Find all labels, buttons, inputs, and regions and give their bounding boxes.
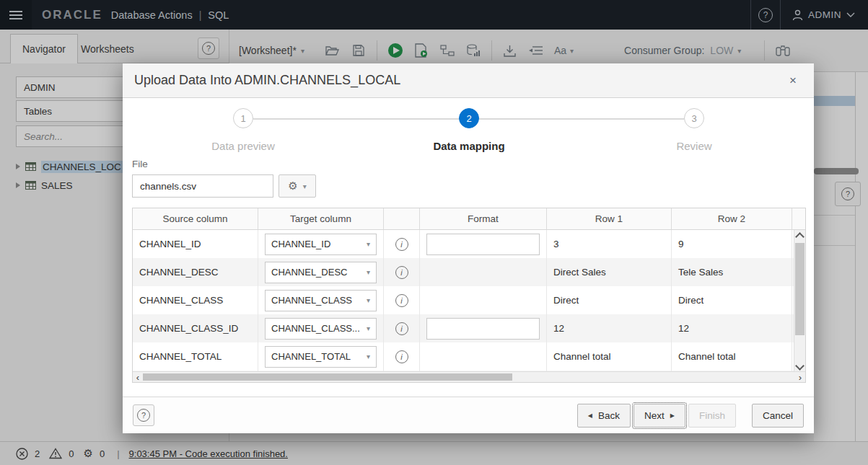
back-arrow-icon: ◀ [588, 412, 592, 419]
step-2-circle[interactable]: 2 [459, 108, 479, 128]
table-row: CHANNEL_ID CHANNEL_ID▾ i 3 9 [133, 230, 805, 258]
table-row: CHANNEL_DESC CHANNEL_DESC▾ i Direct Sale… [133, 258, 805, 286]
step-3-circle[interactable]: 3 [684, 108, 704, 128]
file-field-label: File [132, 159, 148, 169]
header-source-column: Source column [133, 208, 258, 229]
target-column-value: CHANNEL_DESC [271, 267, 347, 278]
header-target-column: Target column [258, 208, 384, 229]
source-column-cell: CHANNEL_DESC [133, 258, 258, 286]
row1-value-cell: Direct Sales [547, 258, 672, 286]
target-column-select[interactable]: CHANNEL_DESC▾ [265, 262, 377, 283]
source-column-cell: CHANNEL_CLASS_ID [133, 314, 258, 342]
finish-button[interactable]: Finish [688, 404, 736, 428]
row2-value-cell: Tele Sales [672, 258, 792, 286]
caret-down-icon: ▾ [303, 182, 307, 190]
row2-value-cell: Direct [672, 286, 792, 314]
scroll-down-icon[interactable] [795, 361, 805, 371]
target-column-select[interactable]: CHANNEL_CLASS▾ [265, 290, 377, 311]
info-icon[interactable]: i [395, 294, 408, 307]
row1-value-cell: 12 [547, 314, 672, 342]
cancel-button-label: Cancel [763, 410, 793, 421]
table-row: CHANNEL_CLASS CHANNEL_CLASS▾ i Direct Di… [133, 286, 805, 314]
horizontal-scroll-thumb[interactable] [143, 373, 512, 381]
caret-down-icon: ▾ [367, 353, 370, 360]
cancel-button[interactable]: Cancel [752, 404, 804, 428]
row1-value-cell: Channel total [547, 342, 672, 371]
back-button[interactable]: ◀ Back [577, 404, 631, 428]
header-info-column [384, 208, 420, 229]
format-input[interactable] [426, 234, 540, 255]
row1-value-cell: Direct [547, 286, 672, 314]
step-1-label: Data preview [211, 140, 275, 152]
header-scrollbar-spacer [792, 208, 804, 229]
target-column-select[interactable]: CHANNEL_CLASS...▾ [265, 318, 377, 340]
info-icon[interactable]: i [395, 350, 408, 363]
caret-down-icon: ▾ [367, 240, 370, 248]
caret-down-icon: ▾ [367, 296, 370, 304]
table-body: CHANNEL_ID CHANNEL_ID▾ i 3 9 CHANNEL_DES… [133, 230, 805, 373]
horizontal-scrollbar[interactable]: ‹ › [133, 371, 805, 382]
header-row1-column: Row 1 [547, 208, 672, 229]
scroll-right-icon[interactable]: › [795, 373, 805, 382]
data-mapping-table: Source column Target column Format Row 1… [132, 208, 806, 383]
dialog-header: Upload Data Into ADMIN.CHANNELS_LOCAL × [123, 63, 814, 98]
help-icon: ? [137, 409, 150, 422]
dialog-footer: ? ◀ Back Next ▶ Finish Cancel [123, 397, 814, 433]
table-row: CHANNEL_TOTAL CHANNEL_TOTAL▾ i Channel t… [133, 342, 805, 371]
dialog-help-button[interactable]: ? [133, 404, 154, 426]
scroll-up-icon[interactable] [795, 232, 805, 242]
step-2-label: Data mapping [433, 140, 504, 152]
info-icon[interactable]: i [395, 238, 408, 251]
next-button[interactable]: Next ▶ [634, 404, 685, 428]
format-input[interactable] [426, 318, 540, 340]
file-name-input[interactable] [132, 174, 273, 198]
vertical-scroll-thumb[interactable] [795, 243, 805, 335]
row1-value-cell: 3 [547, 230, 672, 258]
row2-value-cell: Channel total [672, 342, 792, 371]
back-button-label: Back [598, 410, 620, 421]
source-column-cell: CHANNEL_ID [133, 230, 258, 258]
target-column-value: CHANNEL_ID [271, 239, 330, 249]
info-icon[interactable]: i [395, 322, 408, 335]
vertical-scrollbar[interactable] [794, 230, 805, 373]
target-column-select[interactable]: CHANNEL_TOTAL▾ [265, 346, 377, 368]
gear-icon: ⚙ [288, 180, 297, 192]
header-format-column: Format [420, 208, 547, 229]
file-options-button[interactable]: ⚙ ▾ [279, 174, 316, 198]
wizard-stepper: 1 2 3 Data preview Data mapping Review [123, 98, 814, 160]
scroll-left-icon[interactable]: ‹ [133, 373, 143, 382]
table-row: CHANNEL_CLASS_ID CHANNEL_CLASS...▾ i 12 … [133, 314, 805, 342]
info-icon[interactable]: i [395, 266, 408, 279]
step-3-label: Review [676, 140, 711, 152]
close-icon[interactable]: × [784, 72, 802, 89]
row2-value-cell: 12 [672, 314, 792, 342]
source-column-cell: CHANNEL_TOTAL [133, 342, 258, 371]
table-header-row: Source column Target column Format Row 1… [133, 208, 805, 230]
header-row2-column: Row 2 [672, 208, 792, 229]
row2-value-cell: 9 [672, 230, 792, 258]
source-column-cell: CHANNEL_CLASS [133, 286, 258, 314]
caret-down-icon: ▾ [367, 268, 370, 276]
target-column-value: CHANNEL_TOTAL [271, 351, 351, 362]
upload-data-dialog: Upload Data Into ADMIN.CHANNELS_LOCAL × … [123, 63, 814, 433]
finish-button-label: Finish [699, 410, 725, 421]
next-arrow-icon: ▶ [670, 412, 675, 419]
caret-down-icon: ▾ [367, 324, 370, 332]
target-column-value: CHANNEL_CLASS [271, 295, 352, 306]
dialog-title: Upload Data Into ADMIN.CHANNELS_LOCAL [134, 73, 400, 88]
target-column-value: CHANNEL_CLASS... [271, 323, 360, 334]
next-button-label: Next [644, 410, 665, 421]
target-column-select[interactable]: CHANNEL_ID▾ [265, 234, 377, 255]
step-1-circle[interactable]: 1 [233, 108, 253, 128]
